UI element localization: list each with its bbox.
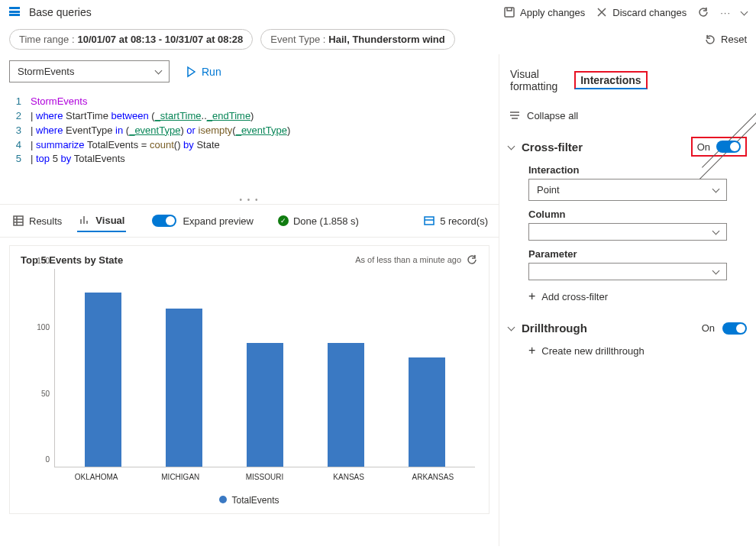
- bar-chart[interactable]: 050100150 OKLAHOMAMICHIGANMISSOURIKANSAS…: [21, 269, 478, 490]
- svg-rect-1: [14, 216, 23, 225]
- play-icon: [185, 66, 197, 78]
- chevron-down-icon: [712, 228, 720, 235]
- drag-handle[interactable]: • • •: [0, 173, 499, 204]
- interaction-label: Interaction: [528, 164, 747, 176]
- bar-oklahoma[interactable]: [85, 293, 121, 467]
- chart-card: Top 5 Events by State As of less than a …: [9, 245, 489, 514]
- parameter-select[interactable]: [528, 263, 727, 280]
- crossfilter-toggle[interactable]: [716, 141, 741, 153]
- query-editor[interactable]: 1StormEvents 2| where StartTime between …: [0, 89, 499, 173]
- xlabel: OKLAHOMA: [70, 473, 122, 481]
- tab-results[interactable]: Results: [11, 210, 63, 231]
- type-label: Event Type :: [270, 34, 325, 45]
- drillthrough-section-header[interactable]: Drillthrough On: [509, 322, 747, 335]
- time-label: Time range :: [19, 34, 75, 45]
- reset-button[interactable]: Reset: [704, 34, 747, 46]
- done-label: Done (1.858 s): [293, 215, 359, 227]
- tab-visual[interactable]: Visual: [77, 209, 126, 232]
- time-range-filter[interactable]: Time range : 10/01/07 at 08:13 - 10/31/0…: [9, 29, 253, 50]
- drillthrough-title: Drillthrough: [522, 322, 694, 335]
- reset-icon: [704, 34, 716, 46]
- reset-label: Reset: [721, 34, 747, 45]
- time-value: 10/01/07 at 08:13 - 10/31/07 at 08:28: [78, 34, 244, 45]
- bar-michigan[interactable]: [166, 309, 202, 467]
- tab-interactions[interactable]: Interactions: [574, 71, 647, 89]
- crossfilter-on-label: On: [697, 141, 710, 153]
- type-value: Hail, Thunderstorm wind: [328, 34, 444, 45]
- save-icon: [503, 6, 515, 18]
- run-label: Run: [202, 66, 221, 78]
- bar-missouri[interactable]: [247, 343, 283, 467]
- source-select[interactable]: StormEvents: [9, 60, 170, 82]
- discard-changes-button[interactable]: Discard changes: [596, 6, 687, 18]
- bar-kansas[interactable]: [328, 343, 364, 467]
- grid-icon: [9, 7, 20, 18]
- xlabel: KANSAS: [323, 473, 375, 481]
- bar-arkansas[interactable]: [409, 357, 445, 467]
- chart-title: Top 5 Events by State: [21, 254, 123, 266]
- expand-preview-toggle[interactable]: [152, 215, 176, 227]
- plus-icon: +: [528, 289, 535, 303]
- svg-rect-0: [505, 8, 514, 17]
- create-drillthrough-button[interactable]: + Create new drillthrough: [528, 344, 747, 357]
- run-button[interactable]: Run: [179, 63, 228, 81]
- add-crossfilter-button[interactable]: + Add cross-filter: [528, 289, 747, 303]
- expand-panel-icon[interactable]: [663, 69, 756, 92]
- close-icon: [596, 6, 608, 18]
- crossfilter-title: Cross-filter: [522, 141, 683, 154]
- chevron-down-icon: [508, 142, 515, 150]
- discard-label: Discard changes: [612, 7, 687, 18]
- apply-label: Apply changes: [520, 7, 585, 18]
- visual-label: Visual: [95, 215, 124, 226]
- page-title: Base queries: [29, 6, 92, 18]
- event-type-filter[interactable]: Event Type : Hail, Thunderstorm wind: [260, 29, 454, 50]
- add-crossfilter-label: Add cross-filter: [541, 291, 608, 302]
- svg-rect-2: [425, 217, 434, 225]
- table-icon: [12, 215, 24, 227]
- xlabel: ARKANSAS: [407, 473, 459, 481]
- refresh-icon[interactable]: [466, 254, 478, 266]
- records-icon: [423, 215, 435, 227]
- chevron-down-icon: [712, 267, 720, 275]
- collapse-icon: [509, 109, 521, 121]
- chart-timestamp: As of less than a minute ago: [355, 255, 461, 264]
- plus-icon: +: [528, 344, 535, 357]
- more-icon[interactable]: ···: [720, 7, 731, 18]
- collapse-label: Collapse all: [527, 110, 578, 121]
- chevron-down-icon: [155, 67, 163, 75]
- interaction-value: Point: [537, 184, 560, 196]
- chart-legend: TotalEvents: [21, 495, 478, 506]
- column-label: Column: [528, 209, 747, 220]
- tab-visual-formatting[interactable]: Visual formatting: [509, 65, 559, 95]
- parameter-label: Parameter: [528, 248, 747, 260]
- record-count: 5 record(s): [423, 215, 488, 227]
- interaction-select[interactable]: Point: [528, 179, 727, 201]
- status-done-icon: ✓: [278, 215, 289, 226]
- expand-label: Expand preview: [183, 215, 254, 227]
- chevron-down-icon: [712, 186, 720, 193]
- xlabel: MISSOURI: [238, 473, 290, 481]
- chevron-down-icon: [508, 324, 515, 331]
- apply-changes-button[interactable]: Apply changes: [503, 6, 585, 18]
- drill-on-label: On: [702, 322, 715, 334]
- collapse-all-button[interactable]: Collapse all: [509, 103, 747, 128]
- results-label: Results: [29, 215, 62, 227]
- drillthrough-toggle[interactable]: [722, 322, 747, 335]
- create-drill-label: Create new drillthrough: [541, 345, 644, 357]
- xlabel: MICHIGAN: [154, 473, 206, 481]
- source-value: StormEvents: [18, 66, 74, 77]
- column-select[interactable]: [528, 223, 727, 241]
- refresh-icon[interactable]: [697, 6, 709, 18]
- chevron-down-icon[interactable]: [741, 8, 748, 15]
- records-label: 5 record(s): [440, 215, 488, 227]
- chart-icon: [79, 214, 91, 226]
